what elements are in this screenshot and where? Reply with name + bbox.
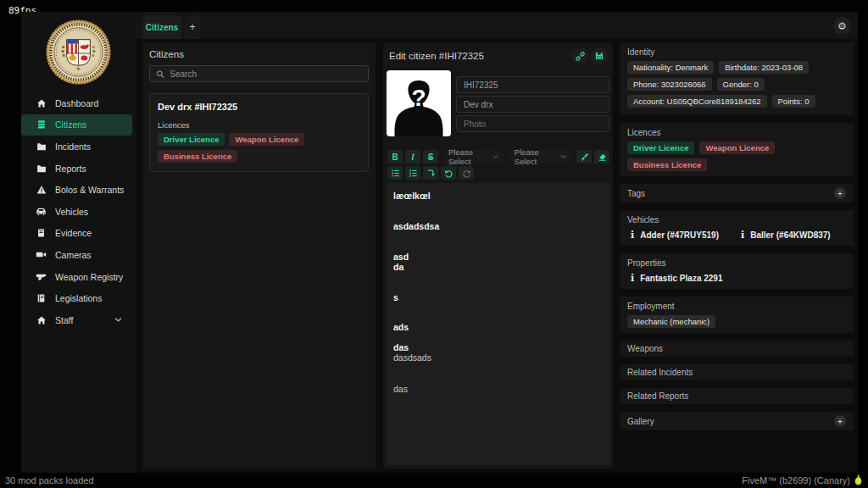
sidebar-item-label: Weapon Registry: [55, 272, 123, 282]
save-icon: [594, 51, 604, 61]
settings-button[interactable]: ⚙: [833, 17, 851, 35]
tab-label: Citizens: [146, 23, 178, 32]
mdt-window: Dashboard Citizens Incidents: [21, 12, 858, 473]
citizen-search[interactable]: [149, 65, 369, 82]
undo-button[interactable]: [441, 166, 456, 180]
folder-icon: [36, 163, 47, 174]
birthdate-badge: Birthdate: 2023-03-08: [719, 61, 809, 74]
property-item[interactable]: i Fantastic Plaza 2291: [631, 273, 722, 284]
licences-label: Licences: [158, 120, 360, 130]
identity-title: Identity: [627, 47, 846, 57]
folder-icon: [36, 141, 47, 152]
nationality-badge: Nationality: Denmark: [627, 61, 714, 74]
eraser-button[interactable]: [594, 150, 609, 164]
strikethrough-button[interactable]: S: [423, 150, 438, 164]
unlink-button[interactable]: [571, 47, 588, 64]
weapons-section: Weapons: [620, 341, 854, 357]
sidebar-item-citizens[interactable]: Citizens: [21, 114, 132, 136]
sidebar-item-vehicles[interactable]: Vehicles: [21, 201, 132, 223]
sidebar-item-label: Vehicles: [55, 207, 88, 217]
bullet-list-button[interactable]: [387, 166, 403, 180]
sidebar-item-label: Incidents: [55, 141, 91, 152]
editor-line: asd: [393, 252, 603, 262]
vehicle-label: Baller (#64KWD837): [750, 230, 830, 240]
eraser-icon: [598, 152, 607, 162]
editor-toolbar-row-1: B I S Please Select Please Select: [387, 150, 609, 164]
sidebar-nav: Dashboard Citizens Incidents: [21, 92, 136, 331]
sidebar-item-evidence[interactable]: Evidence: [21, 223, 132, 245]
sidebar-item-dashboard[interactable]: Dashboard: [21, 92, 132, 114]
format-select-1[interactable]: Please Select: [443, 150, 504, 164]
citizens-list-panel: Citizens Dev drx #IHI72325 Licences Driv…: [142, 42, 376, 469]
ordered-list-button[interactable]: [405, 166, 420, 180]
citizen-name-field[interactable]: [456, 96, 609, 113]
properties-section: Properties i Fantastic Plaza 2291: [620, 253, 854, 289]
licence-badge-driver: Driver Licence: [158, 133, 225, 146]
editor-line: dasdsads: [393, 352, 603, 363]
search-input[interactable]: [170, 69, 362, 79]
add-tag-button[interactable]: +: [834, 187, 846, 199]
search-icon: [156, 69, 164, 79]
gallery-section: Gallery +: [620, 412, 854, 430]
sidebar-item-incidents[interactable]: Incidents: [21, 136, 132, 158]
arrow-turn-down-icon: [426, 169, 436, 178]
format-select-2[interactable]: Please Select: [509, 150, 571, 164]
plus-icon: +: [837, 189, 843, 198]
identity-badges: Nationality: Denmark Birthdate: 2023-03-…: [627, 61, 846, 108]
warning-icon: [36, 185, 47, 196]
redo-icon: [462, 169, 471, 178]
redo-button[interactable]: [459, 166, 474, 180]
related-incidents-title: Related Incidents: [627, 368, 846, 377]
plus-icon: +: [189, 21, 195, 33]
new-tab-button[interactable]: +: [185, 15, 200, 39]
sidebar-item-legislations[interactable]: Legislations: [21, 287, 132, 309]
sidebar-item-reports[interactable]: Reports: [21, 158, 132, 180]
edit-panel-title: Edit citizen #IHI72325: [389, 51, 569, 61]
italic-label: I: [412, 152, 415, 162]
editor-line: da: [393, 262, 603, 272]
tab-bar: Citizens + ⚙: [136, 12, 858, 39]
sidebar-item-label: Evidence: [55, 228, 92, 238]
citizen-result-card[interactable]: Dev drx #IHI72325 Licences Driver Licenc…: [149, 93, 369, 172]
editor-line: das: [393, 342, 603, 352]
video-camera-icon: [36, 249, 47, 260]
chevron-down-icon: [560, 153, 566, 160]
sidebar-item-bolos-warrants[interactable]: Bolos & Warrants: [21, 179, 132, 201]
editor-line: s: [393, 292, 603, 302]
property-list: i Fantastic Plaza 2291: [627, 273, 846, 284]
identity-section: Identity Nationality: Denmark Birthdate:…: [620, 42, 854, 115]
indent-button[interactable]: [423, 166, 438, 180]
editor-line: læœlkœl: [393, 191, 603, 201]
sidebar-item-cameras[interactable]: Cameras: [21, 244, 132, 266]
save-button[interactable]: [591, 47, 608, 64]
citizen-id-field[interactable]: [456, 76, 609, 93]
sidebar-item-staff[interactable]: Staff: [21, 309, 132, 331]
edit-citizen-panel: Edit citizen #IHI72325: [383, 42, 613, 469]
italic-button[interactable]: I: [405, 150, 420, 164]
gallery-title: Gallery: [627, 417, 654, 426]
tags-title: Tags: [627, 189, 645, 198]
vehicle-item[interactable]: i Adder (#47RUY519): [631, 230, 719, 241]
question-mark-glyph: ?: [411, 85, 426, 111]
licence-badge-business: Business Licence: [158, 150, 237, 163]
format-paint-button[interactable]: [576, 150, 592, 164]
gun-icon: [36, 271, 47, 282]
gear-icon: ⚙: [837, 20, 847, 32]
rich-text-editor[interactable]: læœlkœl asdadsdsa asd da s ads das dasds…: [387, 183, 609, 465]
gender-badge: Gender: 0: [717, 78, 765, 91]
car-icon: [36, 206, 47, 217]
mod-packs-status: 30 mod packs loaded: [5, 475, 94, 485]
paintbrush-icon: [580, 152, 589, 162]
citizen-photo-field[interactable]: [456, 115, 609, 132]
sidebar-item-weapon-registry[interactable]: Weapon Registry: [21, 266, 132, 288]
vehicle-item[interactable]: i Baller (#64KWD837): [741, 230, 831, 241]
add-gallery-image-button[interactable]: +: [834, 415, 846, 427]
sidebar-item-label: Bolos & Warrants: [55, 185, 124, 195]
citizen-photo-placeholder: ?: [387, 70, 451, 136]
editor-line: ads: [393, 322, 603, 332]
tags-section: Tags +: [620, 184, 854, 202]
tab-citizens[interactable]: Citizens: [142, 15, 181, 39]
bold-button[interactable]: B: [387, 150, 403, 164]
sidebar: Dashboard Citizens Incidents: [21, 12, 136, 473]
property-label: Fantastic Plaza 2291: [640, 274, 722, 283]
